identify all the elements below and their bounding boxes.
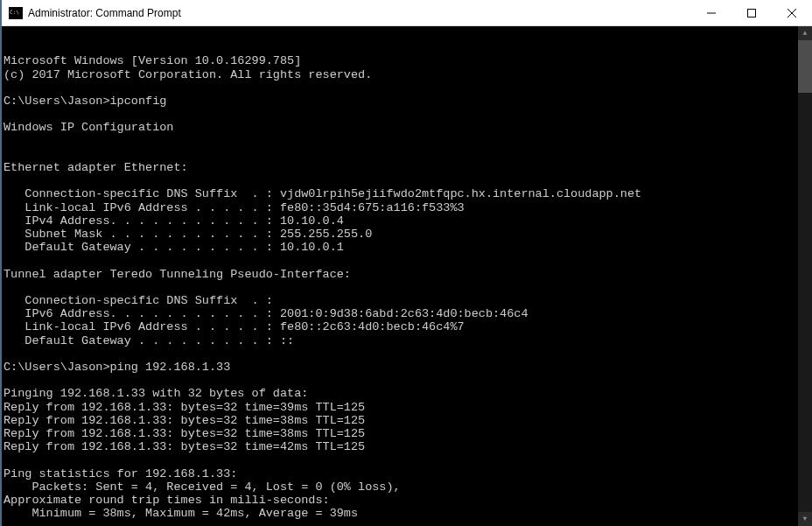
cmd-icon [9,7,23,19]
terminal-line [4,281,812,294]
minimize-button[interactable] [691,0,732,25]
terminal-line [4,374,812,387]
maximize-button[interactable] [732,0,772,25]
terminal-line: (c) 2017 Microsoft Corporation. All righ… [4,68,812,81]
terminal-line [4,347,812,361]
terminal-line: Default Gateway . . . . . . . . . : 10.1… [4,241,812,254]
terminal-line: Packets: Sent = 4, Received = 4, Lost = … [4,480,812,494]
terminal-line: Minimum = 38ms, Maximum = 42ms, Average … [4,507,812,520]
terminal-line [4,174,812,187]
terminal-line [4,135,812,148]
terminal-line: C:\Users\Jason>ipconfig [4,95,812,108]
svg-rect-1 [748,9,756,17]
terminal-line: Approximate round trip times in milli-se… [4,494,812,507]
terminal-line: Subnet Mask . . . . . . . . . . . : 255.… [4,228,812,241]
terminal-line: Windows IP Configuration [4,121,812,134]
terminal-line: C:\Users\Jason>ping 192.168.1.33 [4,361,812,374]
terminal-line: IPv6 Address. . . . . . . . . . . : 2001… [4,307,812,320]
terminal-line: Link-local IPv6 Address . . . . . : fe80… [4,320,812,333]
terminal-line: Reply from 192.168.1.33: bytes=32 time=3… [4,427,812,440]
terminal-line: Pinging 192.168.1.33 with 32 bytes of da… [4,387,812,400]
terminal-line: Ping statistics for 192.168.1.33: [4,467,812,480]
terminal-line: IPv4 Address. . . . . . . . . . . : 10.1… [4,214,812,228]
terminal-line [4,108,812,121]
terminal-line: Connection-specific DNS Suffix . : vjdw0… [4,187,812,200]
terminal[interactable]: Microsoft Windows [Version 10.0.16299.78… [2,26,812,526]
terminal-line: Tunnel adapter Teredo Tunneling Pseudo-I… [4,268,812,281]
terminal-line: Link-local IPv6 Address . . . . . : fe80… [4,201,812,214]
terminal-line: Ethernet adapter Ethernet: [4,161,812,174]
terminal-line: Default Gateway . . . . . . . . . : :: [4,334,812,347]
terminal-line: Reply from 192.168.1.33: bytes=32 time=3… [4,414,812,427]
terminal-line [4,254,812,267]
close-button[interactable] [772,0,812,25]
terminal-line: Reply from 192.168.1.33: bytes=32 time=4… [4,440,812,453]
titlebar[interactable]: Administrator: Command Prompt [2,0,812,26]
window-title: Administrator: Command Prompt [28,7,691,19]
terminal-line [4,520,812,526]
scroll-down-button[interactable]: ▼ [798,512,812,526]
scroll-up-button[interactable]: ▲ [798,26,812,40]
scroll-thumb[interactable] [798,40,812,93]
terminal-line: Microsoft Windows [Version 10.0.16299.78… [4,54,812,67]
terminal-line [4,148,812,161]
terminal-line: Reply from 192.168.1.33: bytes=32 time=3… [4,401,812,414]
window-controls [691,0,812,25]
terminal-line [4,453,812,466]
scrollbar[interactable]: ▲ ▼ [798,26,812,526]
terminal-line: Connection-specific DNS Suffix . : [4,294,812,307]
terminal-line [4,81,812,95]
terminal-content: Microsoft Windows [Version 10.0.16299.78… [2,53,812,526]
